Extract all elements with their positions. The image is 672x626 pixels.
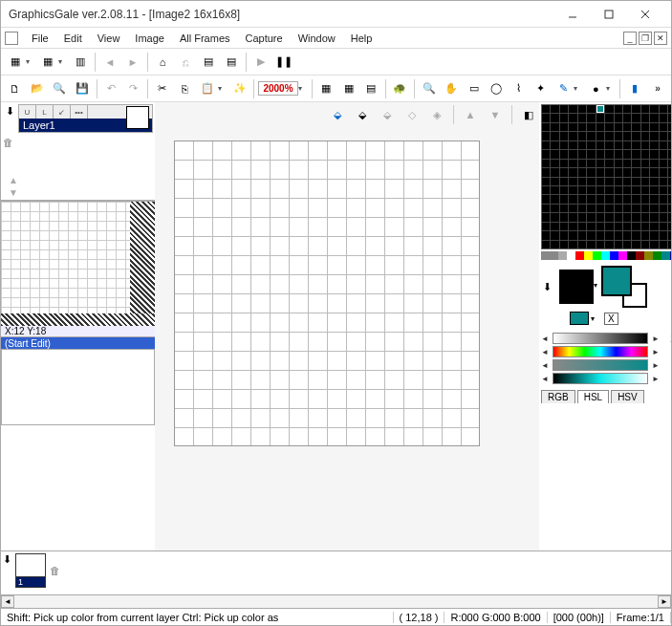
slider-row-3[interactable]: ◄►25 [541, 373, 671, 384]
move-up-button[interactable]: ▲ [460, 104, 481, 125]
menu-window[interactable]: Window [291, 30, 343, 47]
menu-help[interactable]: Help [343, 30, 380, 47]
foreground-swatch[interactable]: ▾ [559, 270, 594, 304]
download-palette-icon[interactable]: ⬇ [543, 281, 552, 293]
close-button[interactable] [627, 4, 663, 25]
play-button[interactable]: ▶ [250, 52, 271, 73]
layer-tab-more[interactable]: ••• [71, 105, 88, 119]
toolbar-overflow-button[interactable]: » [647, 78, 667, 99]
brush-tool-button[interactable]: ●▾ [585, 78, 616, 99]
paste-button[interactable]: 📋▾ [197, 78, 228, 99]
flood-fill-3-button[interactable]: ⬙ [377, 104, 398, 125]
work-area: ⬇ U L ↙ ••• Layer1 🗑 ▲ ▼ [1, 102, 671, 550]
frames-icon-3[interactable]: ▤ [198, 52, 219, 73]
cut-button[interactable]: ✂ [152, 78, 172, 99]
swap-colors-button[interactable]: X [604, 313, 618, 325]
frames-icon-2[interactable]: ⎌ [175, 52, 196, 73]
frames-icon-1[interactable]: ⌂ [152, 52, 173, 73]
layer-tab-3[interactable]: ↙ [54, 105, 71, 119]
scroll-right-button[interactable]: ► [658, 595, 671, 608]
flood-fill-1-button[interactable]: ⬙ [327, 104, 348, 125]
menubar: File Edit View Image All Frames Capture … [1, 28, 671, 49]
turtle-icon[interactable]: 🐢 [390, 78, 410, 99]
menu-image[interactable]: Image [127, 30, 172, 47]
fg-swatch[interactable] [601, 266, 632, 296]
tab-rgb[interactable]: RGB [541, 390, 575, 403]
effects-button[interactable]: ✨ [229, 78, 249, 99]
frames-tool-3[interactable]: ▥ [70, 52, 91, 73]
save-button[interactable]: 💾 [72, 78, 92, 99]
mdi-minimize-button[interactable]: _ [623, 32, 637, 45]
layer-up-button[interactable]: ▲ [9, 175, 153, 185]
svg-rect-1 [605, 11, 613, 18]
layer-tab-u[interactable]: U [19, 105, 36, 119]
pause-button[interactable]: ❚❚ [273, 52, 294, 73]
hand-tool-button[interactable]: ✋ [441, 78, 461, 99]
next-frame-button[interactable]: ► [122, 52, 143, 73]
menu-view[interactable]: View [90, 30, 128, 47]
move-down-button[interactable]: ▼ [485, 104, 506, 125]
tab-hsl[interactable]: HSL [577, 390, 609, 403]
menu-file[interactable]: File [24, 30, 56, 47]
layer-list[interactable]: U L ↙ ••• Layer1 [18, 104, 153, 133]
select-oval-button[interactable]: ◯ [486, 78, 506, 99]
mdi-restore-button[interactable]: ❐ [639, 32, 652, 45]
copy-button[interactable]: ⎘ [175, 78, 195, 99]
eraser-button[interactable]: ◧ [518, 104, 539, 125]
prev-frame-button[interactable]: ◄ [99, 52, 120, 73]
pen-tool-button[interactable]: ✎▾ [553, 78, 583, 99]
grid-dashed-button[interactable]: ▦ [338, 78, 358, 99]
grid-button[interactable]: ▦ [316, 78, 336, 99]
flood-fill-2-button[interactable]: ⬙ [352, 104, 373, 125]
menu-capture[interactable]: Capture [238, 30, 291, 47]
wand-button[interactable]: ✦ [531, 78, 551, 99]
download-icon[interactable]: ⬇ [3, 104, 16, 118]
color-palette[interactable] [541, 104, 671, 249]
mdi-controls: _ ❐ ✕ [623, 32, 667, 45]
mini-swatch-dropdown[interactable]: ▾ [591, 314, 595, 323]
slider-row-0[interactable]: ◄►255 [541, 333, 671, 344]
pixel-canvas[interactable] [174, 140, 480, 446]
layer-tab-l[interactable]: L [36, 105, 54, 119]
slider-row-2[interactable]: ◄►100 [541, 359, 671, 371]
scroll-left-button[interactable]: ◄ [1, 595, 14, 608]
toolbar-main: 🗋 📂 🔍 💾 ↶ ↷ ✂ ⎘ 📋▾ ✨ 2000%▾ ▦ ▦ ▤ 🐢 🔍 ✋ … [1, 76, 671, 102]
minimize-button[interactable] [554, 4, 591, 25]
mini-swatch[interactable] [570, 312, 589, 325]
menu-allframes[interactable]: All Frames [172, 30, 238, 47]
maximize-button[interactable] [591, 4, 627, 25]
frames-tool-2[interactable]: ▦▾ [37, 52, 68, 73]
preview-canvas[interactable] [1, 202, 155, 326]
tab-hsv[interactable]: HSV [611, 390, 644, 403]
cursor-coords: X:12 Y:18 [1, 326, 155, 336]
frame-item[interactable]: 1 [15, 553, 46, 588]
magnifier-button[interactable]: 🔍 [50, 78, 70, 99]
undo-button[interactable]: ↶ [101, 78, 121, 99]
menu-edit[interactable]: Edit [56, 30, 90, 47]
layer-row[interactable]: Layer1 [19, 119, 152, 132]
frame-trash-icon[interactable]: 🗑 [50, 565, 60, 576]
flood-fill-4-button[interactable]: ◇ [401, 104, 423, 125]
grid-split-button[interactable]: ▤ [360, 78, 380, 99]
trash-icon[interactable]: 🗑 [3, 137, 153, 148]
frame-thumbnail [16, 554, 45, 577]
flood-fill-5-button[interactable]: ◈ [426, 104, 447, 125]
zoom-dropdown[interactable]: 2000%▾ [258, 81, 307, 96]
zoom-tool-button[interactable]: 🔍 [419, 78, 439, 99]
open-file-button[interactable]: 📂 [27, 78, 47, 99]
frame-download-icon[interactable]: ⬇ [3, 553, 11, 566]
spectrum-row[interactable] [541, 251, 671, 260]
frames-tool-1[interactable]: ▦▾ [5, 52, 35, 73]
new-file-button[interactable]: 🗋 [5, 78, 25, 99]
layer-down-button[interactable]: ▼ [9, 187, 153, 198]
select-rect-button[interactable]: ▭ [464, 78, 484, 99]
swatch-pair[interactable] [601, 266, 647, 308]
frame-scrollbar[interactable]: ◄ ► [1, 594, 671, 608]
lasso-button[interactable]: ⌇ [509, 78, 529, 99]
redo-button[interactable]: ↷ [123, 78, 143, 99]
mdi-close-button[interactable]: ✕ [654, 32, 667, 45]
frames-icon-4[interactable]: ▤ [221, 52, 242, 73]
slider-row-1[interactable]: ◄►180 [541, 346, 671, 357]
color-tool-button[interactable]: ▮ [624, 78, 644, 99]
scroll-track[interactable] [14, 595, 658, 608]
